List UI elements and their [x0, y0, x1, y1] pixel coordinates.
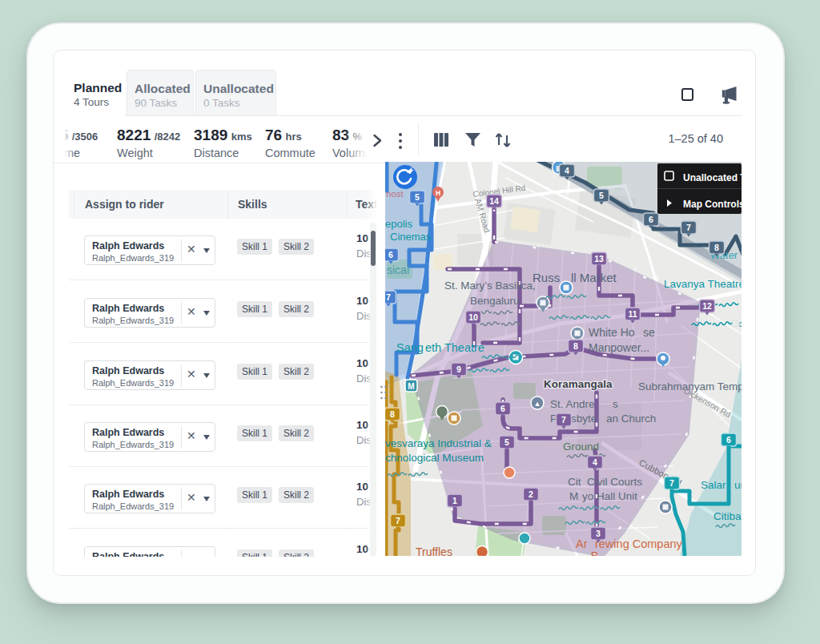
svg-text:Sang: Sang: [396, 341, 424, 354]
svg-text:Russ: Russ: [533, 271, 560, 284]
svg-text:8: 8: [390, 409, 395, 419]
svg-text:sbyte: sbyte: [571, 413, 597, 425]
svg-text:H: H: [436, 189, 440, 197]
svg-text:8: 8: [573, 341, 578, 351]
svg-text:13: 13: [594, 254, 604, 264]
svg-text:Cinemas: Cinemas: [390, 231, 432, 243]
svg-text:Unallocated Tasks: Unallocated Tasks: [683, 172, 742, 183]
svg-text:rewing Company: rewing Company: [595, 537, 683, 550]
svg-text:7: 7: [386, 292, 391, 302]
svg-text:10: 10: [468, 312, 478, 322]
svg-text:7: 7: [686, 223, 691, 232]
svg-text:nost: nost: [386, 189, 404, 199]
svg-text:Truffles: Truffles: [416, 545, 452, 556]
svg-text:11: 11: [628, 309, 637, 319]
svg-text:sical: sical: [387, 264, 409, 276]
svg-text:8: 8: [714, 243, 719, 252]
svg-text:ಂ: ಂ: [731, 318, 742, 329]
svg-text:14: 14: [489, 196, 499, 206]
svg-text:St. Andre: St. Andre: [550, 398, 595, 410]
svg-text:5: 5: [415, 192, 420, 202]
svg-text:an Church: an Church: [606, 413, 656, 425]
svg-text:eth Theatre: eth Theatre: [425, 341, 484, 354]
svg-text:Ground: Ground: [563, 441, 599, 453]
svg-text:4: 4: [565, 166, 569, 175]
svg-text:6: 6: [726, 435, 731, 445]
svg-text:1: 1: [452, 496, 457, 505]
svg-text:chnological Museum: chnological Museum: [385, 452, 484, 464]
svg-text:7: 7: [669, 478, 674, 488]
svg-text:ll Market: ll Market: [571, 271, 617, 284]
svg-text:epolis: epolis: [385, 218, 412, 230]
svg-text:5: 5: [504, 437, 509, 447]
svg-text:Salar: Salar: [701, 479, 726, 491]
svg-text:7: 7: [561, 415, 566, 425]
svg-text:9: 9: [456, 364, 461, 374]
svg-text:Lavanya Theatre: Lavanya Theatre: [664, 278, 742, 290]
svg-text:yo Hall Unit: yo Hall Unit: [582, 490, 637, 502]
svg-text:se: se: [643, 326, 655, 339]
svg-text:2: 2: [529, 489, 533, 499]
svg-text:Civil Courts: Civil Courts: [587, 476, 642, 488]
svg-text:s: s: [613, 398, 618, 410]
svg-text:Manpower...: Manpower...: [589, 341, 649, 354]
svg-text:4: 4: [593, 457, 597, 467]
svg-text:M: M: [569, 490, 578, 502]
svg-text:12: 12: [702, 301, 712, 311]
svg-text:- B: - B: [584, 549, 599, 556]
svg-text:Ar: Ar: [576, 537, 588, 550]
svg-text:6: 6: [500, 404, 505, 413]
svg-text:6: 6: [388, 250, 393, 260]
svg-text:Map Controls: Map Controls: [683, 199, 742, 210]
svg-text:Cit: Cit: [568, 476, 581, 488]
svg-text:Bengaluru: Bengaluru: [470, 295, 520, 307]
svg-text:3: 3: [596, 529, 601, 538]
svg-text:Koramangala: Koramangala: [544, 378, 613, 390]
svg-text:7: 7: [396, 516, 400, 525]
svg-text:White Ho: White Ho: [589, 326, 635, 339]
svg-text:Citiba: Citiba: [713, 510, 742, 522]
svg-text:▲: ▲: [534, 400, 541, 408]
svg-text:5: 5: [599, 191, 604, 200]
svg-text:6: 6: [649, 215, 653, 224]
svg-text:vesvaraya Industrial &: vesvaraya Industrial &: [385, 437, 492, 449]
svg-text:M: M: [408, 382, 414, 391]
svg-text:St. Mary’s Basilica,: St. Mary’s Basilica,: [444, 280, 536, 292]
svg-text:+: +: [409, 166, 414, 175]
svg-text:ur: ur: [734, 479, 742, 491]
